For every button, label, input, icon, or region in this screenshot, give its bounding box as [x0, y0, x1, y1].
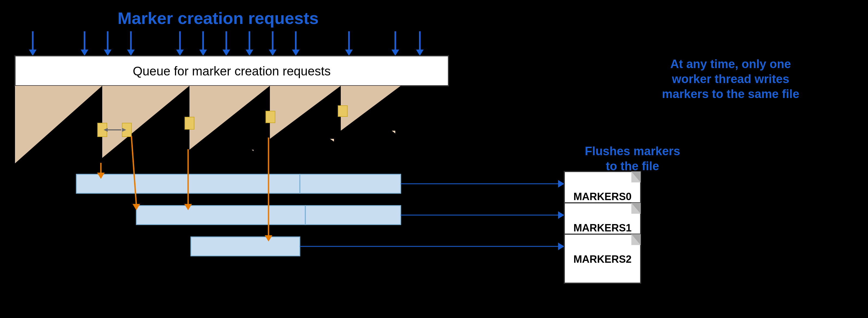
diagram-container — [0, 0, 868, 318]
